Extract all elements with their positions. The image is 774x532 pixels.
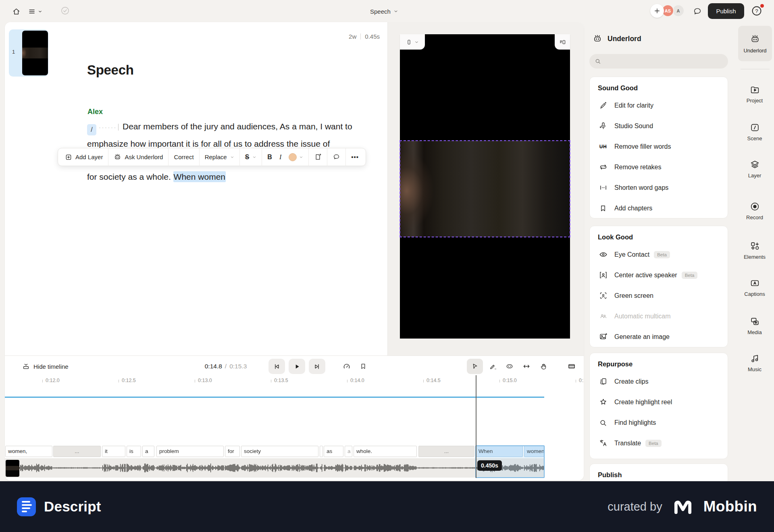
strikethrough-button[interactable]: S (240, 148, 262, 166)
hand-tool-button[interactable] (535, 359, 551, 374)
new-page-button[interactable] (309, 148, 327, 166)
sync-status-button[interactable] (60, 6, 70, 15)
rail-item-layer[interactable]: Layer (735, 160, 774, 179)
comments-button[interactable] (691, 5, 704, 18)
media-icon (750, 316, 760, 326)
timeline-word[interactable]: women (524, 446, 544, 457)
action-create-clips[interactable]: Create clips (598, 371, 720, 392)
timeline-word[interactable]: it (102, 446, 125, 457)
rail-item-elements[interactable]: Elements (735, 241, 774, 260)
trim-tool-button[interactable] (518, 359, 535, 374)
beta-badge: Beta (682, 272, 698, 279)
page-plus-icon (314, 153, 322, 161)
replace-button[interactable]: Replace (200, 148, 239, 166)
highlight-color-button[interactable] (289, 153, 303, 161)
time-display: 0:14.8 / 0:15.3 (194, 359, 258, 374)
action-studio-sound[interactable]: Studio Sound (598, 116, 720, 136)
rail-item-captions[interactable]: Captions (735, 278, 774, 297)
playhead[interactable] (476, 375, 476, 478)
rail-item-project[interactable]: Project (735, 85, 774, 104)
scene-thumbnail[interactable] (22, 31, 48, 75)
fit-timeline-button[interactable] (564, 359, 580, 374)
action-edit-for-clarity[interactable]: Edit for clarity (598, 95, 720, 116)
project-title-dropdown[interactable]: Speech (370, 6, 398, 17)
skip-forward-button[interactable] (309, 359, 325, 374)
main-menu-button[interactable] (28, 5, 42, 18)
hide-timeline-button[interactable]: Hide timeline (22, 359, 69, 374)
cursor-icon (471, 363, 479, 370)
select-tool-button[interactable] (467, 359, 483, 374)
marker-tool-button[interactable] (485, 359, 501, 374)
action-center-active-speaker[interactable]: Center active speaker Beta (598, 265, 720, 285)
range-icon (506, 362, 514, 370)
search-bar[interactable] (589, 54, 728, 69)
add-layer-button[interactable]: Add Layer (60, 148, 108, 166)
transcript-line[interactable]: /······Dear members of the jury and audi… (87, 118, 369, 135)
chevron-down-icon (230, 155, 234, 159)
project-folder-icon (750, 85, 760, 95)
slash-command-chip[interactable]: / (87, 124, 96, 135)
correct-button[interactable]: Correct (169, 148, 199, 166)
help-button[interactable]: ? (751, 5, 762, 17)
rail-item-record[interactable]: Record (735, 202, 774, 220)
timeline-word[interactable]: women, (5, 446, 52, 457)
timeline-word[interactable]: as (324, 446, 343, 457)
timeline-word[interactable]: is (127, 446, 141, 457)
action-add-chapters[interactable]: Add chapters (598, 198, 720, 218)
invite-button[interactable] (650, 4, 664, 18)
layers-icon (750, 160, 760, 170)
bold-button[interactable]: B (267, 154, 272, 161)
action-remove-filler-words[interactable]: UH Remove filler words (598, 136, 720, 157)
layer-selection-outline[interactable] (399, 140, 570, 237)
scene-thumbnail-card[interactable]: 1 (9, 29, 48, 77)
ruler-tick (499, 380, 500, 382)
captions-icon (750, 278, 760, 288)
range-tool-button[interactable] (501, 359, 518, 374)
elements-icon (750, 241, 760, 251)
clip-thumbnail[interactable] (6, 460, 19, 477)
timeline-word[interactable]: a (345, 446, 352, 457)
timeline-word[interactable]: When (476, 446, 523, 457)
document-title[interactable]: Speech (87, 62, 134, 78)
add-marker-button[interactable] (355, 359, 371, 374)
selected-text[interactable]: When women (173, 171, 226, 182)
scene-properties-button[interactable] (555, 34, 570, 50)
action-eye-contact[interactable]: Eye Contact Beta (598, 244, 720, 265)
search-input[interactable] (604, 58, 717, 64)
action-create-highlight-reel[interactable]: Create highlight reel (598, 392, 720, 412)
action-remove-retakes[interactable]: Remove retakes (598, 157, 720, 177)
comment-button[interactable] (327, 148, 345, 166)
aspect-ratio-button[interactable] (400, 34, 425, 50)
publish-button[interactable]: Publish (708, 3, 744, 19)
action-generate-an-image[interactable]: Generate an image (598, 326, 720, 347)
ask-underlord-button[interactable]: Ask Underlord (108, 148, 168, 166)
timeline-word[interactable]: . (320, 446, 323, 457)
rail-item-media[interactable]: Media (735, 316, 774, 335)
speaker-label[interactable]: Alex (87, 108, 103, 116)
italic-button[interactable]: I (279, 154, 281, 161)
action-translate[interactable]: Translate Beta (598, 433, 720, 453)
timeline-word[interactable]: problem (156, 446, 224, 457)
timeline-word[interactable]: a (142, 446, 154, 457)
rail-item-underlord[interactable]: Underlord (738, 26, 772, 61)
search-icon (595, 58, 601, 64)
top-bar: Speech AS A Publish ? (0, 0, 774, 22)
transcript-line[interactable]: for society as a whole. When women (87, 168, 369, 185)
beta-badge: Beta (654, 251, 670, 258)
more-options-button[interactable]: ••• (346, 148, 364, 166)
timeline-gap[interactable]: ... (53, 446, 101, 457)
skip-back-button[interactable] (268, 359, 285, 374)
timeline-gap[interactable]: ... (418, 446, 474, 457)
timeline-word[interactable]: whole. (354, 446, 417, 457)
action-find-highlights[interactable]: Find highlights (598, 412, 720, 433)
rail-item-scene[interactable]: Scene (735, 123, 774, 141)
timeline-word[interactable]: for (225, 446, 240, 457)
timeline-word[interactable]: society (241, 446, 318, 457)
rail-item-music[interactable]: Music (735, 353, 774, 372)
playback-speed-button[interactable] (339, 359, 355, 374)
action-green-screen[interactable]: Green screen (598, 285, 720, 306)
action-shorten-word-gaps[interactable]: Shorten word gaps (598, 177, 720, 198)
chevron-down-icon (252, 155, 256, 159)
home-button[interactable] (10, 5, 23, 18)
play-button[interactable] (289, 359, 305, 374)
